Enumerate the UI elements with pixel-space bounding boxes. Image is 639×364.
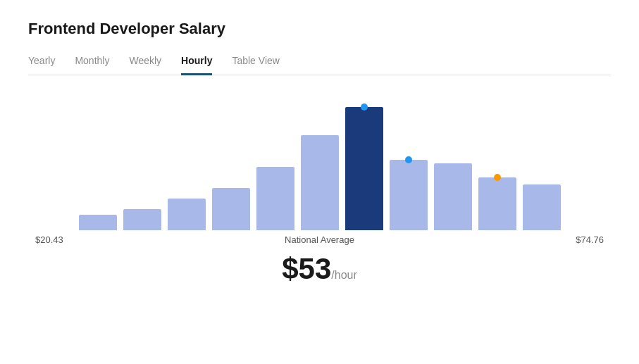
bar-group-10	[523, 184, 561, 230]
bar-6	[345, 107, 383, 230]
bar-2	[168, 199, 206, 230]
bar-dot-blue-6	[361, 103, 368, 111]
bar-dot-blue-7	[405, 156, 412, 163]
bar-group-4	[256, 167, 294, 230]
tab-tableview[interactable]: Table View	[232, 55, 279, 75]
chart-section: $20.43 National Average $74.76	[28, 89, 611, 245]
tab-bar: Yearly Monthly Weekly Hourly Table View	[28, 55, 611, 75]
bar-7	[390, 160, 428, 230]
bar-chart	[28, 89, 611, 230]
bar-4	[256, 167, 294, 230]
tab-hourly[interactable]: Hourly	[181, 55, 212, 75]
bar-dot-orange-9	[494, 174, 501, 181]
bar-1	[123, 209, 161, 230]
bar-3	[212, 188, 250, 230]
salary-display: $53/hour	[28, 252, 611, 286]
bar-0	[79, 215, 117, 230]
chart-label-left: $20.43	[35, 234, 63, 245]
tab-weekly[interactable]: Weekly	[129, 55, 161, 75]
salary-unit: /hour	[331, 269, 356, 281]
bar-group-3	[212, 188, 250, 230]
bar-group-0	[79, 215, 117, 230]
national-average-label: National Average	[285, 234, 354, 245]
bar-group-9	[478, 177, 516, 230]
page-title: Frontend Developer Salary	[28, 20, 611, 38]
bar-group-1	[123, 209, 161, 230]
bar-group-5	[301, 135, 339, 230]
tab-yearly[interactable]: Yearly	[28, 55, 55, 75]
bar-group-6	[345, 107, 383, 230]
bar-group-8	[434, 163, 472, 230]
bar-group-7	[390, 160, 428, 230]
bar-5	[301, 135, 339, 230]
salary-amount: $53	[282, 252, 331, 285]
bar-8	[434, 163, 472, 230]
tab-monthly[interactable]: Monthly	[75, 55, 109, 75]
bar-group-2	[168, 199, 206, 230]
bar-9	[478, 177, 516, 230]
bar-10	[523, 184, 561, 230]
chart-label-right: $74.76	[576, 234, 604, 245]
chart-labels: $20.43 National Average $74.76	[28, 230, 611, 245]
